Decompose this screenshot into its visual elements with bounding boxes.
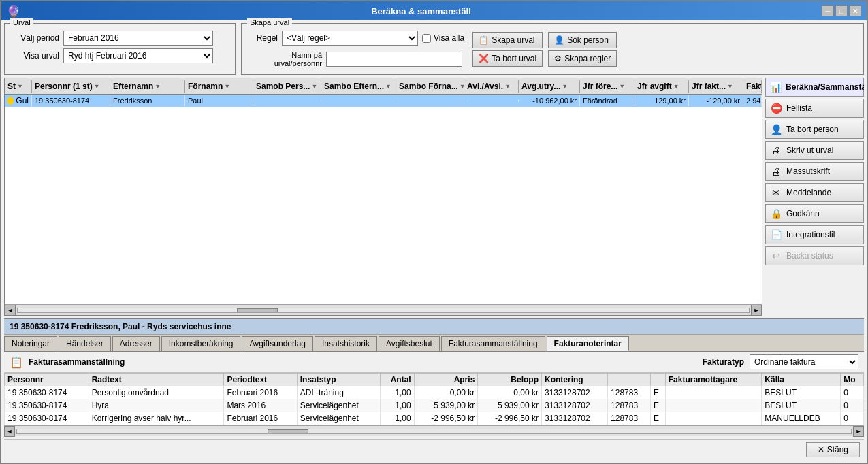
stang-button[interactable]: ✕ Stäng	[806, 442, 860, 457]
fakt-col-kalla[interactable]: Källa	[762, 374, 841, 386]
integrationsfil-button[interactable]: 📄 Integrationsfil	[765, 225, 864, 244]
meddelande-button[interactable]: ✉ Meddelande	[765, 183, 864, 202]
table-container: St ▼ Personnr (1 st) ▼ Efternamn ▼ För	[5, 78, 762, 315]
col-efternamn[interactable]: Efternamn ▼	[110, 80, 185, 93]
fakt-col-kontering[interactable]: Kontering	[541, 374, 607, 386]
scroll-track-inner[interactable]	[16, 429, 852, 434]
minimize-button[interactable]: ─	[822, 5, 834, 16]
right-panel: 📊 Beräkna/Sammanställ ⛔ Fellista 👤 Ta bo…	[765, 78, 864, 316]
fakt-td-antal-3: 1,00	[380, 412, 414, 425]
regel-select[interactable]: <Välj regel>	[282, 31, 418, 46]
urval-group: Urval Välj period Februari 2016 Visa urv…	[4, 23, 236, 75]
scroll-track[interactable]	[17, 308, 750, 313]
visa-select[interactable]: Ryd htj Februari 2016	[63, 48, 213, 63]
massutskrift-button[interactable]: 🖨 Massutskrift	[765, 162, 864, 181]
fellista-button[interactable]: ⛔ Fellista	[765, 99, 864, 118]
fakt-col-fakturamottagare[interactable]: Fakturamottagare	[665, 374, 762, 386]
integrationsfil-icon: 📄	[770, 229, 782, 240]
fakt-row-1[interactable]: 19 350630-8174 Personlig omvårdnad Febru…	[5, 386, 864, 399]
fakt-td-radtext-3: Korrigering avser halv hyr...	[89, 412, 224, 425]
namn-input[interactable]	[326, 52, 462, 67]
berakna-button[interactable]: 📊 Beräkna/Sammanställ	[765, 78, 864, 97]
backa-status-icon: ↩	[770, 250, 782, 261]
period-select[interactable]: Februari 2016	[63, 31, 213, 46]
tab-insatshistorik[interactable]: Insatshistorik	[315, 336, 377, 351]
col-st[interactable]: St ▼	[5, 80, 32, 93]
ta-bort-person-button[interactable]: 👤 Ta bort person	[765, 120, 864, 139]
bottom-section: 19 350630-8174 Fredriksson, Paul - Ryds …	[4, 318, 864, 436]
fakt-col-insatstyp[interactable]: Insatstyp	[297, 374, 380, 386]
fakt-col-apris[interactable]: Apris	[414, 374, 478, 386]
fakt-col-mo[interactable]: Mo	[841, 374, 864, 386]
col-sambo-eftern[interactable]: Sambo Eftern... ▼	[321, 80, 396, 93]
scroll-thumb[interactable]	[237, 308, 278, 312]
sok-person-button[interactable]: 👤 Sök person	[548, 32, 617, 48]
col-fornamn[interactable]: Förnamn ▼	[185, 80, 253, 93]
faktura-typ-select[interactable]: Ordinarie faktura	[750, 354, 858, 369]
tab-handelser[interactable]: Händelser	[59, 336, 111, 351]
tab-fakturanoterintar[interactable]: Fakturanoterintar	[547, 336, 629, 351]
horizontal-scrollbar[interactable]: ◄ ►	[5, 304, 762, 315]
tab-noteringar[interactable]: Noteringar	[4, 336, 57, 351]
fakt-td-kalla-1: BESLUT	[762, 386, 841, 399]
skapa-regler-button[interactable]: ⚙ Skapa regler	[548, 50, 617, 67]
fakt-col-radtext[interactable]: Radtext	[89, 374, 224, 386]
backa-status-button[interactable]: ↩ Backa status	[765, 246, 864, 265]
col-avl-avsl[interactable]: Avl./Avsl. ▼	[464, 80, 519, 93]
visa-row: Visa urval Ryd htj Februari 2016	[10, 48, 229, 63]
maximize-button[interactable]: □	[835, 5, 848, 16]
td-fornamn: Paul	[185, 95, 253, 106]
col-jfr-fakt[interactable]: Jfr fakt... ▼	[689, 80, 743, 93]
col-personnr[interactable]: Personnr (1 st) ▼	[32, 80, 110, 93]
col-fakturab[interactable]: Fakturab... ▼	[743, 80, 762, 93]
bottom-scrollbar[interactable]: ◄ ►	[4, 425, 864, 436]
tab-adresser[interactable]: Adresser	[112, 336, 160, 351]
window-title: Beräkna & sammanställ	[20, 6, 822, 16]
col-jfr-avgift[interactable]: Jfr avgift ▼	[634, 80, 689, 93]
scroll-right-inner-btn[interactable]: ►	[853, 426, 864, 437]
fakt-col-kontering2[interactable]	[608, 374, 651, 386]
tab-fakturasammanstallning[interactable]: Fakturasammanställning	[441, 336, 545, 351]
fakt-col-periodtext[interactable]: Periodtext	[224, 374, 297, 386]
filter-icon-efternamn: ▼	[155, 83, 161, 90]
filter-icon-sambo-forna: ▼	[460, 83, 464, 90]
col-sambo-forna[interactable]: Sambo Förna... ▼	[396, 80, 464, 93]
fakt-td-kontering2-1: 128783	[608, 386, 651, 399]
fakt-col-personnr[interactable]: Personnr	[5, 374, 89, 386]
godkann-button[interactable]: 🔒 Godkänn	[765, 204, 864, 223]
tab-avgiftsunderlag[interactable]: Avgiftsunderlag	[242, 336, 313, 351]
visa-alla-checkbox[interactable]	[422, 34, 431, 43]
meddelande-icon: ✉	[770, 187, 782, 198]
skapa-urval-button[interactable]: 📋 Skapa urval	[472, 32, 543, 48]
fakt-row-3[interactable]: 19 350630-8174 Korrigering avser halv hy…	[5, 412, 864, 425]
main-window: 🔮 Beräkna & sammanställ ─ □ ✕ Urval Välj…	[0, 0, 868, 464]
close-button[interactable]: ✕	[849, 5, 861, 16]
filter-icon-personnr: ▼	[94, 83, 100, 90]
scroll-left-btn[interactable]: ◄	[5, 305, 16, 316]
fakt-td-antal-2: 1,00	[380, 399, 414, 412]
namn-row: Namn på urval/personnr	[247, 51, 464, 67]
col-avg-utry[interactable]: Avg.utry... ▼	[519, 80, 580, 93]
fakt-col-antal[interactable]: Antal	[380, 374, 414, 386]
table-row[interactable]: Gul 19 350630-8174 Fredriksson Paul -10 …	[5, 95, 762, 107]
scroll-right-btn[interactable]: ►	[751, 305, 762, 316]
col-samob-pers[interactable]: Samob Pers... ▼	[253, 80, 321, 93]
fakt-col-belopp[interactable]: Belopp	[478, 374, 542, 386]
fakt-td-radtext-1: Personlig omvårdnad	[89, 386, 224, 399]
fakt-row-2[interactable]: 19 350630-8174 Hyra Mars 2016 Serviceläg…	[5, 399, 864, 412]
col-jfr-fore[interactable]: Jfr före... ▼	[580, 80, 634, 93]
scroll-thumb-inner[interactable]	[268, 429, 308, 433]
fakt-td-insatstyp-1: ADL-träning	[297, 386, 380, 399]
fakt-col-e[interactable]	[650, 374, 665, 386]
td-sambo-forna	[396, 99, 464, 102]
skriv-ut-urval-button[interactable]: 🖨 Skriv ut urval	[765, 141, 864, 160]
scroll-left-inner-btn[interactable]: ◄	[4, 426, 15, 437]
fakt-td-mo-2: 0	[841, 399, 864, 412]
berakna-icon: 📊	[770, 82, 782, 93]
tab-avgiftsbeslut[interactable]: Avgiftsbeslut	[379, 336, 440, 351]
td-sambo-eftern	[321, 99, 396, 102]
fakt-td-belopp-1: 0,00 kr	[478, 386, 542, 399]
filter-icon-st: ▼	[17, 83, 23, 90]
ta-bort-urval-button[interactable]: ❌ Ta bort urval	[472, 50, 543, 67]
tab-inkomstberakning[interactable]: Inkomstberäkning	[161, 336, 241, 351]
